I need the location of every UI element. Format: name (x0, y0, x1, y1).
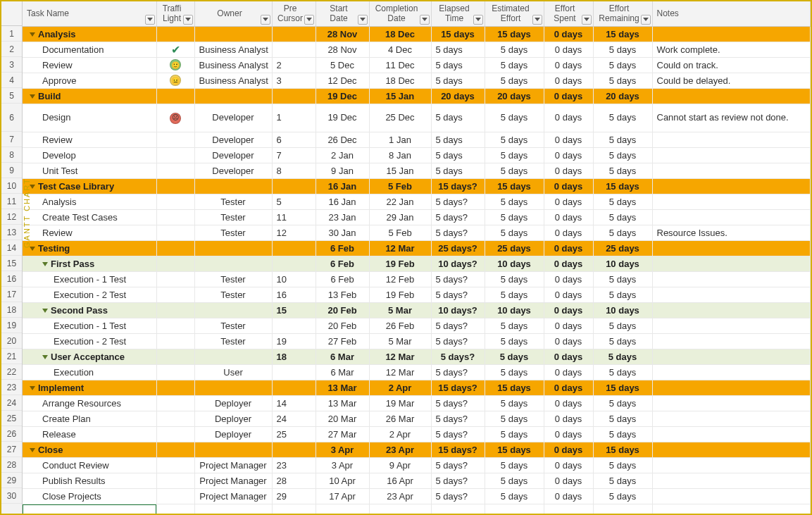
filter-icon[interactable] (145, 15, 155, 25)
cell-notes[interactable] (652, 473, 811, 488)
cell-owner[interactable]: Project Manager (194, 473, 272, 488)
row-number[interactable]: 29 (1, 473, 22, 488)
cell-task[interactable]: Execution - 2 Test (23, 333, 156, 349)
cell-task[interactable]: Publish Results (23, 473, 156, 488)
cell-elapsed[interactable]: 20 days (431, 88, 485, 104)
cell-elapsed[interactable]: 5 days? (431, 225, 485, 240)
cell-light[interactable] (156, 88, 194, 104)
cell-start[interactable]: 26 Dec (316, 132, 369, 147)
cell-notes[interactable] (652, 26, 811, 42)
cell-light[interactable] (156, 271, 194, 287)
cell-spent[interactable]: 0 days (544, 178, 593, 194)
col-owner[interactable]: Owner (194, 1, 272, 26)
cell-remaining[interactable]: 5 days (593, 132, 652, 147)
col-spent[interactable]: Effort Spent (544, 1, 593, 26)
cell-spent[interactable]: 0 days (544, 457, 593, 473)
cell-completion[interactable]: 12 Mar (369, 349, 431, 364)
cell-notes[interactable] (652, 318, 811, 333)
row-number[interactable]: 17 (1, 287, 22, 302)
cell-spent[interactable]: 0 days (544, 488, 593, 504)
cell-start[interactable]: 6 Feb (316, 271, 369, 287)
cell-pre[interactable] (272, 364, 316, 380)
cell-pre[interactable]: 28 (272, 473, 316, 488)
cell-empty[interactable] (316, 504, 369, 514)
cell-light[interactable] (156, 442, 194, 457)
cell-owner[interactable]: Developer (194, 163, 272, 178)
cell-remaining[interactable]: 5 days (593, 287, 652, 302)
cell-estimated[interactable]: 5 days (485, 104, 544, 132)
cell-completion[interactable]: 18 Dec (369, 26, 431, 42)
cell-pre[interactable]: 23 (272, 457, 316, 473)
cell-task[interactable]: Testing (23, 240, 156, 256)
cell-owner[interactable]: Deployer (194, 411, 272, 426)
row-number[interactable]: 30 (1, 488, 22, 504)
cell-completion[interactable]: 16 Apr (369, 473, 431, 488)
col-pre[interactable]: Pre Cursor (272, 1, 316, 26)
cell-notes[interactable] (652, 426, 811, 442)
cell-spent[interactable]: 0 days (544, 104, 593, 132)
row-number[interactable]: 6 (1, 104, 22, 132)
cell-start[interactable]: 27 Mar (316, 426, 369, 442)
cell-pre[interactable] (272, 240, 316, 256)
cell-spent[interactable]: 0 days (544, 26, 593, 42)
cell-completion[interactable]: 19 Feb (369, 287, 431, 302)
cell-completion[interactable]: 15 Jan (369, 163, 431, 178)
cell-owner[interactable]: Deployer (194, 426, 272, 442)
cell-owner[interactable]: Tester (194, 271, 272, 287)
cell-light[interactable] (156, 178, 194, 194)
cell-empty[interactable] (156, 504, 194, 514)
cell-remaining[interactable]: 5 days (593, 271, 652, 287)
cell-completion[interactable]: 23 Apr (369, 442, 431, 457)
collapse-icon[interactable] (42, 309, 48, 313)
cell-remaining[interactable]: 15 days (593, 442, 652, 457)
cell-owner[interactable]: Deployer (194, 395, 272, 411)
cell-elapsed[interactable]: 5 days? (431, 426, 485, 442)
cell-estimated[interactable]: 10 days (485, 256, 544, 271)
cell-pre[interactable]: 2 (272, 57, 316, 73)
cell-completion[interactable]: 19 Mar (369, 395, 431, 411)
col-start[interactable]: Start Date (316, 1, 369, 26)
cell-notes[interactable] (652, 271, 811, 287)
cell-notes[interactable] (652, 287, 811, 302)
cell-estimated[interactable]: 5 days (485, 42, 544, 57)
cell-elapsed[interactable]: 5 days? (431, 271, 485, 287)
cell-light[interactable]: 😐 (156, 73, 194, 88)
cell-task[interactable]: First Pass (23, 256, 156, 271)
row-number[interactable]: 8 (1, 147, 22, 163)
cell-elapsed[interactable]: 10 days? (431, 302, 485, 318)
cell-start[interactable]: 16 Jan (316, 178, 369, 194)
row-number[interactable]: 4 (1, 73, 22, 88)
cell-owner[interactable]: Project Manager (194, 457, 272, 473)
cell-empty[interactable] (369, 504, 431, 514)
cell-completion[interactable]: 25 Dec (369, 104, 431, 132)
cell-start[interactable]: 3 Apr (316, 457, 369, 473)
col-task[interactable]: Task Name (23, 1, 156, 26)
cell-remaining[interactable]: 10 days (593, 302, 652, 318)
cell-notes[interactable] (652, 88, 811, 104)
cell-pre[interactable] (272, 178, 316, 194)
cell-owner[interactable]: Tester (194, 194, 272, 209)
cell-elapsed[interactable]: 5 days? (431, 364, 485, 380)
row-number-empty[interactable] (1, 504, 22, 515)
cell-light[interactable]: ☹ (156, 104, 194, 132)
cell-remaining[interactable]: 5 days (593, 395, 652, 411)
row-number[interactable]: 16 (1, 271, 22, 287)
cell-estimated[interactable]: 5 days (485, 194, 544, 209)
cell-pre[interactable]: 5 (272, 194, 316, 209)
cell-start[interactable]: 6 Mar (316, 364, 369, 380)
cell-completion[interactable]: 11 Dec (369, 57, 431, 73)
cell-spent[interactable]: 0 days (544, 318, 593, 333)
cell-notes[interactable]: Cannot start as review not done. (652, 104, 811, 132)
cell-spent[interactable]: 0 days (544, 147, 593, 163)
cell-completion[interactable]: 5 Mar (369, 333, 431, 349)
row-number[interactable]: 2 (1, 42, 22, 57)
filter-icon[interactable] (183, 15, 193, 25)
cell-owner[interactable]: User (194, 364, 272, 380)
cell-spent[interactable]: 0 days (544, 194, 593, 209)
cell-remaining[interactable]: 5 days (593, 73, 652, 88)
cell-completion[interactable]: 18 Dec (369, 73, 431, 88)
collapse-icon[interactable] (30, 185, 35, 189)
cell-spent[interactable]: 0 days (544, 411, 593, 426)
cell-pre[interactable]: 15 (272, 302, 316, 318)
cell-start[interactable]: 6 Feb (316, 240, 369, 256)
